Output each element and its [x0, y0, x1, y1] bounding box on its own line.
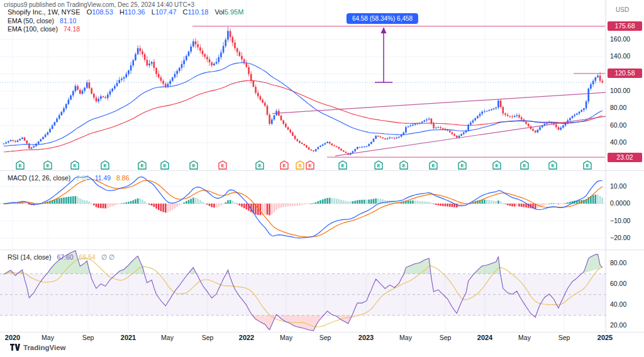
macd-histogram-bar [135, 199, 136, 204]
candle-body [232, 37, 234, 43]
trend-line [272, 92, 613, 113]
candle-body [405, 127, 407, 132]
rsi-value: 67.60 [57, 253, 73, 261]
candle-body [103, 96, 104, 97]
candle-body [569, 118, 571, 120]
candle-body [199, 47, 201, 50]
macd-histogram-bar [111, 204, 113, 206]
ema50-legend[interactable]: EMA (50, close) 81.10 [8, 17, 76, 25]
macd-histogram-bar [340, 200, 342, 204]
macd-histogram-bar [488, 200, 490, 204]
macd-histogram-bar [361, 200, 363, 204]
candle-body [452, 133, 453, 135]
candle-body [38, 141, 40, 144]
macd-histogram-bar [147, 204, 148, 204]
candle-body [391, 138, 393, 138]
candle-body [116, 83, 118, 86]
macd-histogram-bar [278, 204, 280, 209]
candle-body [479, 114, 481, 116]
macd-histogram-bar [204, 203, 206, 204]
macd-histogram-bar [137, 199, 139, 204]
macd-histogram-bar [421, 201, 423, 204]
candle-body [497, 101, 499, 107]
high-value: 110.36 [125, 8, 145, 16]
candle-body [47, 133, 49, 135]
macd-histogram-bar [197, 199, 199, 204]
macd-histogram-bar [232, 201, 234, 204]
rsi-tick-label: 60.00 [610, 280, 626, 287]
macd-signal-line [4, 179, 602, 237]
macd-histogram-bar [63, 197, 65, 204]
macd-histogram-bar [183, 202, 185, 204]
tradingview-logo[interactable]: TradingView [10, 343, 66, 351]
candle-body [528, 124, 530, 126]
candle-body [220, 53, 222, 58]
ema100-legend[interactable]: EMA (100, close) 74.18 [8, 25, 80, 33]
macd-histogram-bar [82, 200, 84, 204]
rsi-legend[interactable]: RSI (14, close) 67.60 66.54 ∅ ∅ [8, 253, 114, 261]
candle-body [373, 139, 375, 142]
earnings-marker-letter: E [73, 163, 76, 168]
candle-body [49, 129, 51, 132]
macd-histogram-bar [230, 200, 231, 204]
candle-body [301, 143, 303, 144]
macd-histogram-bar [294, 204, 296, 206]
candle-body [514, 116, 516, 117]
symbol-legend[interactable]: Shopify Inc., 1W, NYSE O108.53 H110.36 L… [8, 8, 243, 16]
macd-histogram-bar [116, 204, 118, 205]
candle-body [204, 54, 206, 57]
candle-body [107, 94, 109, 97]
candle-body [165, 84, 167, 87]
macd-histogram-bar [142, 199, 143, 204]
macd-histogram-bar [169, 204, 171, 211]
candle-body [493, 108, 495, 109]
earnings-marker-letter: E [460, 163, 464, 168]
rsi-oversold-fill [277, 316, 324, 331]
macd-histogram-bar [86, 200, 88, 204]
candle-body [463, 133, 465, 135]
macd-histogram-bar [523, 204, 525, 207]
candle-body [197, 45, 199, 48]
time-tick-label: 2020 [5, 334, 20, 341]
currency-label: USD [616, 6, 629, 13]
earnings-marker-letter: E [402, 163, 405, 168]
candle-body [54, 122, 56, 125]
candle-body [319, 146, 321, 147]
candle-body [202, 51, 204, 54]
macd-histogram-bar [96, 204, 97, 207]
candle-body [380, 136, 382, 137]
macd-histogram-bar [364, 200, 365, 204]
macd-layer [0, 177, 606, 238]
macd-histogram-bar [100, 204, 102, 208]
candle-body [296, 140, 298, 141]
macd-histogram-bar [93, 204, 95, 206]
macd-legend[interactable]: MACD (12, 26, close) 2.62 11.49 8.86 [8, 174, 130, 182]
time-tick-label: May [518, 334, 531, 341]
macd-histogram-bar [504, 204, 506, 204]
candle-body [560, 128, 562, 129]
candle-body [216, 62, 218, 64]
low-value: 107.47 [155, 8, 177, 16]
candle-body [31, 148, 33, 149]
candle-body [500, 101, 502, 107]
candle-body [257, 93, 259, 96]
macd-histogram-bar [539, 204, 541, 207]
ema100-label: EMA (100, close) [8, 25, 58, 33]
rsi-band-layer [0, 274, 606, 316]
candle-body [3, 143, 5, 144]
candle-body [225, 40, 227, 46]
macd-histogram-bar [114, 204, 116, 206]
candle-body [269, 115, 270, 124]
measurement-badge[interactable]: 64.58 (58.34%) 6,458 [347, 13, 418, 24]
macd-histogram-bar [153, 204, 155, 207]
macd-histogram-bar [313, 203, 314, 204]
macd-histogram-bar [176, 204, 178, 207]
earnings-marker-letter: E [46, 163, 49, 168]
macd-histogram-bar [431, 203, 433, 204]
tradingview-chart-window: EEEEEEEEEESEEEEEEEEEE crispus9 published… [0, 0, 644, 357]
price-tick-label: 160.00 [610, 35, 630, 43]
macd-histogram-bar [107, 204, 109, 208]
ema100-value: 74.18 [64, 25, 80, 33]
macd-histogram-bar [354, 200, 356, 204]
macd-histogram-bar [299, 204, 301, 206]
